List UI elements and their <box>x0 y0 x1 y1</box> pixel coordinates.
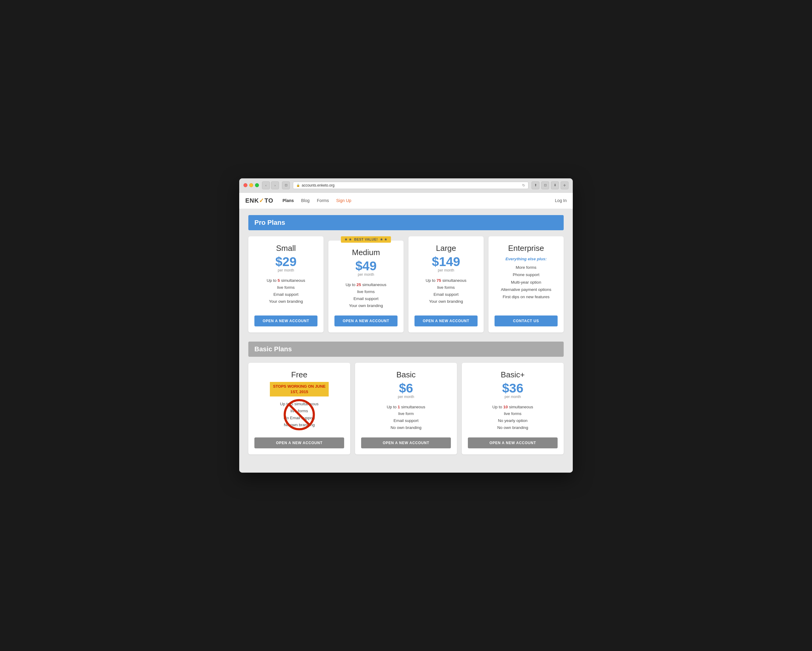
svg-line-1 <box>288 404 310 425</box>
fullscreen-button[interactable] <box>255 183 259 187</box>
plan-card-small: Small $29 per month Up to 5 simultaneous… <box>248 236 324 333</box>
plan-card-basic: Basic $6 per month Up to 1 simultaneousl… <box>355 363 457 455</box>
best-value-badge: ★ ★ BEST VALUE! ★ ★ <box>341 236 391 243</box>
free-cta-button[interactable]: OPEN A NEW ACCOUNT <box>254 437 344 448</box>
nav-signup[interactable]: Sign Up <box>336 198 351 203</box>
plan-period-medium: per month <box>358 272 374 277</box>
browser-actions: ⬆ ⊡ ⬇ + <box>531 182 569 189</box>
nav-forms[interactable]: Forms <box>317 198 329 203</box>
large-cta-button[interactable]: OPEN A NEW ACCOUNT <box>415 315 478 326</box>
plan-name-basicplus: Basic+ <box>501 370 525 379</box>
nav-login[interactable]: Log In <box>555 198 567 203</box>
plan-name-free: Free <box>291 370 307 379</box>
pro-plans-header: Pro Plans <box>248 215 564 230</box>
plan-features-basic: Up to 1 simultaneouslive formEmail suppo… <box>387 404 426 432</box>
enterprise-features: Everything else plus: More forms Phone s… <box>501 255 551 309</box>
plan-name-basic: Basic <box>396 370 416 379</box>
back-button[interactable]: ‹ <box>262 182 270 189</box>
plan-features-basicplus: Up to 10 simultaneouslive formsNo yearly… <box>492 404 533 432</box>
plan-period-small: per month <box>278 268 294 272</box>
basic-plans-cards: Free STOPS WORKING ON JUNE1ST, 2015 Up t… <box>248 363 564 455</box>
nav-links: Plans Blog Forms Sign Up <box>282 198 555 203</box>
nav-blog[interactable]: Blog <box>301 198 310 203</box>
address-bar[interactable]: 🔒 accounts.enketo.org ↻ <box>293 182 528 189</box>
navbar: ENK✓TO Plans Blog Forms Sign Up Log In <box>239 193 573 209</box>
pro-plans-title: Pro Plans <box>254 219 558 226</box>
traffic-lights <box>243 183 259 187</box>
stop-notice: STOPS WORKING ON JUNE1ST, 2015 <box>270 382 328 396</box>
tab-button[interactable]: ⊡ <box>541 182 549 189</box>
new-tab-button[interactable]: + <box>561 182 569 189</box>
plan-card-free: Free STOPS WORKING ON JUNE1ST, 2015 Up t… <box>248 363 350 455</box>
small-cta-button[interactable]: OPEN A NEW ACCOUNT <box>254 315 317 326</box>
plan-features-large: Up to 75 simultaneouslive formsEmail sup… <box>426 277 466 309</box>
plan-name-large: Large <box>436 244 456 253</box>
plan-price-basic: $6 <box>399 382 413 395</box>
medium-cta-button[interactable]: OPEN A NEW ACCOUNT <box>334 315 397 326</box>
nav-plans[interactable]: Plans <box>282 198 294 203</box>
plan-price-medium: $49 <box>356 260 377 272</box>
browser-window: ‹ › ⊡ 🔒 accounts.enketo.org ↻ ⬆ ⊡ ⬇ + EN… <box>239 178 573 473</box>
basicplus-cta-button[interactable]: OPEN A NEW ACCOUNT <box>468 437 558 448</box>
plan-price-basicplus: $36 <box>502 382 524 395</box>
plan-price-large: $149 <box>432 255 460 268</box>
minimize-button[interactable] <box>249 183 253 187</box>
reload-button[interactable]: ↻ <box>522 183 525 188</box>
plan-card-large: Large $149 per month Up to 75 simultaneo… <box>408 236 484 333</box>
plan-card-medium: ★ ★ BEST VALUE! ★ ★ Medium $49 per month… <box>328 241 404 333</box>
plan-features-small: Up to 5 simultaneouslive formsEmail supp… <box>267 277 305 309</box>
lock-icon: 🔒 <box>296 183 300 187</box>
plan-features-medium: Up to 25 simultaneouslive formsEmail sup… <box>346 281 386 309</box>
forward-button[interactable]: › <box>271 182 279 189</box>
nav-buttons: ‹ › <box>262 182 279 189</box>
plan-period-basic: per month <box>398 395 414 399</box>
pro-plans-cards: Small $29 per month Up to 5 simultaneous… <box>248 236 564 333</box>
plan-period-basicplus: per month <box>505 395 521 399</box>
main-content: Pro Plans Small $29 per month Up to 5 si… <box>239 209 573 473</box>
svg-point-0 <box>285 400 314 429</box>
plan-name-enterprise: Enterprise <box>508 244 544 253</box>
plan-period-large: per month <box>438 268 454 272</box>
plan-name-medium: Medium <box>352 248 380 257</box>
plan-card-enterprise: Enterprise Everything else plus: More fo… <box>488 236 564 333</box>
enterprise-title: Everything else plus: <box>501 255 551 263</box>
plan-name-small: Small <box>276 244 296 253</box>
reader-view-button[interactable]: ⊡ <box>282 182 290 189</box>
url-text: accounts.enketo.org <box>302 183 334 188</box>
close-button[interactable] <box>243 183 247 187</box>
basic-cta-button[interactable]: OPEN A NEW ACCOUNT <box>361 437 451 448</box>
browser-chrome: ‹ › ⊡ 🔒 accounts.enketo.org ↻ ⬆ ⊡ ⬇ + <box>239 178 573 193</box>
enterprise-cta-button[interactable]: CONTACT US <box>495 315 558 326</box>
basic-plans-header: Basic Plans <box>248 342 564 357</box>
plan-card-basicplus: Basic+ $36 per month Up to 10 simultaneo… <box>462 363 564 455</box>
download-button[interactable]: ⬇ <box>551 182 559 189</box>
basic-plans-title: Basic Plans <box>254 345 558 353</box>
plan-price-small: $29 <box>275 255 296 268</box>
logo: ENK✓TO <box>245 197 273 204</box>
share-button[interactable]: ⬆ <box>531 182 539 189</box>
plan-features-free: Up to 5 simultaneouslive formsNo Email s… <box>280 401 319 431</box>
